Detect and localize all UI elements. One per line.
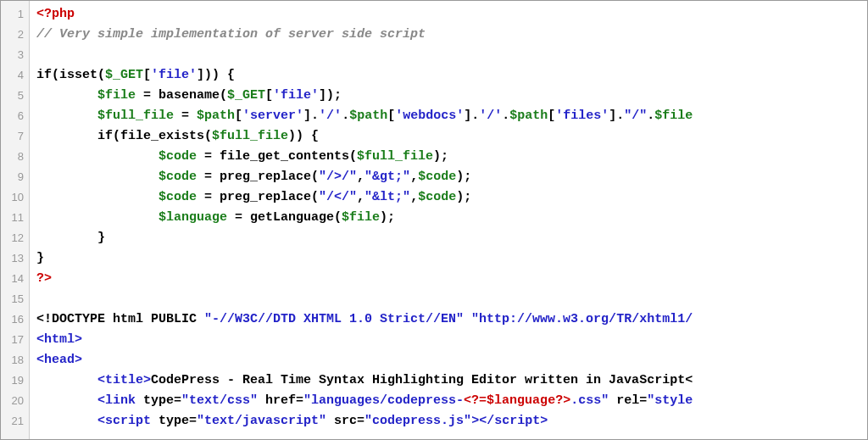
token: "text/css" <box>181 393 258 408</box>
code-line[interactable]: <title>CodePress - Real Time Syntax High… <box>36 370 867 391</box>
token: , <box>410 190 418 204</box>
code-line[interactable] <box>36 45 867 65</box>
token: href= <box>258 393 303 408</box>
line-number: 10 <box>1 187 29 208</box>
token: ]. <box>464 109 479 123</box>
line-number: 4 <box>1 65 29 86</box>
token: $full_file <box>357 149 433 164</box>
code-line[interactable]: $code = preg_replace("/>/","&gt;",$code)… <box>36 167 867 187</box>
token: if <box>36 68 52 82</box>
token: ]); <box>319 88 342 103</box>
token: 'webdocs' <box>395 109 464 123</box>
code-line[interactable] <box>36 289 867 309</box>
token: $path <box>509 109 548 123</box>
token: $code <box>159 149 197 164</box>
token: (file_exists( <box>113 129 212 143</box>
line-number: 17 <box>1 330 29 350</box>
line-number: 12 <box>1 228 29 248</box>
token: 'file' <box>273 88 319 103</box>
token: , <box>357 190 364 204</box>
token: .css" <box>570 393 609 408</box>
token: = basename( <box>136 88 227 103</box>
code-line[interactable]: if(isset($_GET['file'])) { <box>36 65 867 86</box>
token: = preg_replace( <box>197 170 319 184</box>
token: '/' <box>319 109 342 123</box>
line-number: 13 <box>1 248 29 269</box>
code-line[interactable]: <?php <box>36 4 867 25</box>
line-number: 7 <box>1 126 29 147</box>
token: = <box>174 109 197 123</box>
code-area[interactable]: <?php// Very simple implementation of se… <box>30 1 867 439</box>
code-line[interactable]: <html> <box>36 330 867 350</box>
line-number: 5 <box>1 86 29 106</box>
token: // Very simple implementation of server … <box>36 27 426 42</box>
line-number: 18 <box>1 350 29 370</box>
code-line[interactable]: <script type="text/javascript" src="code… <box>36 411 867 432</box>
token: <?=$language?> <box>464 393 570 408</box>
token: $code <box>418 170 456 184</box>
token: type= <box>143 393 181 408</box>
token: $code <box>159 170 197 184</box>
code-line[interactable]: $code = preg_replace("/</","&lt;",$code)… <box>36 187 867 208</box>
line-number: 15 <box>1 289 29 309</box>
token: . <box>342 109 349 123</box>
token: ]. <box>609 109 624 123</box>
token: "/" <box>624 109 647 123</box>
code-line[interactable]: $code = file_get_contents($full_file); <box>36 147 867 167</box>
token: = file_get_contents( <box>197 149 357 164</box>
code-line[interactable]: } <box>36 248 867 269</box>
token: , <box>357 170 364 184</box>
token: $full_file <box>212 129 288 143</box>
token: "text/javascript" <box>197 414 326 428</box>
token: <html> <box>36 332 82 347</box>
line-number: 3 <box>1 45 29 65</box>
token: $file <box>342 210 380 225</box>
line-number: 21 <box>1 411 29 432</box>
token: $_GET <box>105 68 143 82</box>
code-line[interactable]: <!DOCTYPE html PUBLIC "-//W3C//DTD XHTML… <box>36 309 867 330</box>
token: <link <box>97 393 143 408</box>
line-number: 16 <box>1 309 29 330</box>
code-editor[interactable]: 123456789101112131415161718192021 <?php/… <box>0 0 868 440</box>
code-line[interactable]: // Very simple implementation of server … <box>36 25 867 45</box>
line-number: 11 <box>1 208 29 228</box>
code-line[interactable]: } <box>36 228 867 248</box>
token: . <box>647 109 654 123</box>
line-number: 1 <box>1 4 29 25</box>
token: "&lt;" <box>364 190 410 204</box>
token: = preg_replace( <box>197 190 319 204</box>
token: 'files' <box>555 109 609 123</box>
token: <script <box>97 414 159 428</box>
token: [ <box>548 109 555 123</box>
line-number: 8 <box>1 147 29 167</box>
code-line[interactable]: <head> <box>36 350 867 370</box>
code-line[interactable]: $full_file = $path['server'].'/'.$path['… <box>36 106 867 126</box>
line-number: 20 <box>1 391 29 411</box>
token: "/</" <box>319 190 357 204</box>
token: ]. <box>303 109 319 123</box>
token: [ <box>387 109 395 123</box>
code-line[interactable]: <link type="text/css" href="languages/co… <box>36 391 867 411</box>
token: [ <box>143 68 151 82</box>
code-line[interactable]: $language = getLanguage($file); <box>36 208 867 228</box>
line-number: 9 <box>1 167 29 187</box>
code-line[interactable]: $file = basename($_GET['file']); <box>36 86 867 106</box>
token: ); <box>456 190 471 204</box>
token: <head> <box>36 353 82 367</box>
line-number: 19 <box>1 370 29 391</box>
code-line[interactable]: ?> <box>36 269 867 289</box>
token: = getLanguage( <box>227 210 342 225</box>
token: (isset( <box>52 68 105 82</box>
token: ?> <box>36 271 52 286</box>
token: $code <box>159 190 197 204</box>
code-line[interactable]: if(file_exists($full_file)) { <box>36 126 867 147</box>
token: [ <box>265 88 273 103</box>
line-number: 2 <box>1 25 29 45</box>
token: } <box>97 231 105 245</box>
token: <?php <box>36 7 75 21</box>
token: "codepress.js" <box>364 414 471 428</box>
token: )) { <box>288 129 319 143</box>
token: "/>/" <box>319 170 357 184</box>
token: ); <box>456 170 471 184</box>
token: type= <box>159 414 197 428</box>
